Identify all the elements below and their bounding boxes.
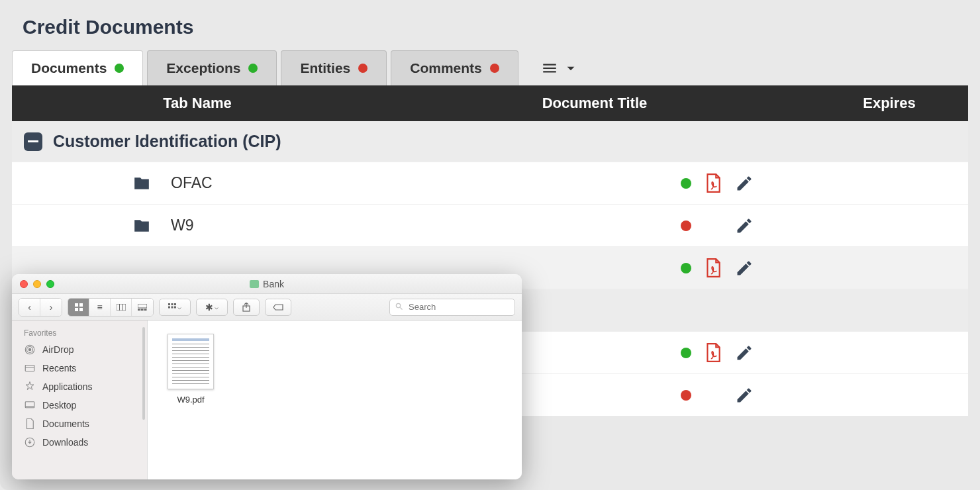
sidebar-header: Favorites bbox=[12, 326, 147, 340]
table-row[interactable]: W9 bbox=[12, 204, 968, 246]
status-dot-icon bbox=[681, 263, 691, 273]
pdf-icon[interactable] bbox=[705, 343, 722, 363]
finder-sidebar: Favorites AirDrop Recents Applications D… bbox=[12, 320, 148, 479]
status-dot-icon bbox=[681, 348, 691, 358]
pdf-icon[interactable] bbox=[705, 258, 722, 278]
finder-content[interactable]: W9.pdf bbox=[148, 320, 522, 479]
svg-rect-21 bbox=[25, 366, 34, 371]
finder-window[interactable]: Bank ‹ › ≡ ⌵ ✱ ⌵ Favorites AirDrop bbox=[12, 274, 522, 479]
row-name-label: OFAC bbox=[171, 174, 213, 192]
applications-icon bbox=[24, 381, 36, 393]
svg-rect-0 bbox=[75, 303, 78, 307]
close-icon[interactable] bbox=[20, 280, 28, 288]
minimize-icon[interactable] bbox=[33, 280, 41, 288]
svg-rect-9 bbox=[141, 309, 143, 311]
arrange-button[interactable]: ⌵ bbox=[159, 299, 191, 316]
edit-icon[interactable] bbox=[735, 344, 754, 362]
recents-icon bbox=[24, 362, 36, 374]
svg-rect-7 bbox=[138, 304, 147, 308]
window-controls bbox=[20, 280, 54, 288]
svg-rect-1 bbox=[79, 303, 83, 307]
status-dot-icon bbox=[115, 64, 124, 73]
file-thumbnail bbox=[168, 334, 214, 389]
action-button[interactable]: ✱ ⌵ bbox=[196, 299, 228, 316]
hamburger-icon bbox=[541, 60, 558, 77]
sidebar-item-label: AirDrop bbox=[42, 344, 74, 355]
svg-rect-15 bbox=[172, 306, 173, 308]
svg-rect-3 bbox=[79, 308, 83, 311]
svg-rect-12 bbox=[172, 303, 173, 305]
tab-comments[interactable]: Comments bbox=[391, 50, 518, 85]
svg-rect-8 bbox=[138, 309, 140, 311]
documents-icon bbox=[24, 418, 36, 430]
file-item[interactable]: W9.pdf bbox=[161, 334, 220, 405]
status-dot-icon bbox=[490, 64, 499, 73]
desktop-icon bbox=[24, 399, 36, 411]
search-input[interactable] bbox=[389, 299, 515, 316]
folder-icon bbox=[131, 217, 152, 234]
svg-rect-2 bbox=[75, 308, 78, 311]
sidebar-item-documents[interactable]: Documents bbox=[12, 415, 147, 433]
tab-exceptions[interactable]: Exceptions bbox=[147, 50, 277, 85]
tab-documents-label: Documents bbox=[31, 60, 107, 76]
status-dot-icon bbox=[681, 220, 691, 231]
column-expires: Expires bbox=[807, 95, 972, 112]
edit-icon[interactable] bbox=[735, 174, 754, 193]
sidebar-item-recents[interactable]: Recents bbox=[12, 359, 147, 377]
svg-rect-14 bbox=[168, 306, 170, 308]
finder-toolbar: ‹ › ≡ ⌵ ✱ ⌵ bbox=[12, 294, 522, 320]
finder-titlebar[interactable]: Bank bbox=[12, 274, 522, 294]
tabs-bar: Documents Exceptions Entities Comments bbox=[0, 50, 980, 85]
tab-entities-label: Entities bbox=[300, 60, 350, 76]
sidebar-item-desktop[interactable]: Desktop bbox=[12, 396, 147, 415]
search-field[interactable] bbox=[389, 299, 515, 316]
column-view-button[interactable] bbox=[111, 299, 132, 316]
back-button[interactable]: ‹ bbox=[19, 299, 40, 316]
sidebar-item-label: Recents bbox=[42, 363, 76, 373]
table-row[interactable]: OFAC bbox=[12, 162, 968, 204]
table-header: Tab Name Document Title Expires bbox=[12, 85, 968, 121]
sidebar-item-label: Applications bbox=[42, 381, 93, 392]
edit-icon[interactable] bbox=[735, 217, 754, 235]
folder-icon bbox=[250, 280, 259, 288]
svg-point-18 bbox=[28, 348, 32, 352]
status-dot-icon bbox=[681, 178, 691, 189]
tab-exceptions-label: Exceptions bbox=[166, 60, 240, 76]
nav-buttons: ‹ › bbox=[19, 298, 62, 317]
collapse-icon[interactable] bbox=[24, 132, 42, 151]
sidebar-item-applications[interactable]: Applications bbox=[12, 377, 147, 396]
sidebar-item-downloads[interactable]: Downloads bbox=[12, 433, 147, 452]
status-dot-icon bbox=[248, 64, 258, 73]
pdf-icon[interactable] bbox=[705, 173, 722, 193]
edit-icon[interactable] bbox=[735, 259, 754, 277]
view-buttons: ≡ bbox=[68, 298, 154, 317]
svg-rect-23 bbox=[25, 402, 34, 408]
sidebar-item-label: Desktop bbox=[42, 400, 76, 411]
svg-rect-13 bbox=[174, 303, 176, 305]
airdrop-icon bbox=[24, 344, 36, 356]
icon-view-button[interactable] bbox=[68, 299, 89, 316]
chevron-down-icon bbox=[562, 60, 579, 77]
finder-title: Bank bbox=[250, 279, 284, 289]
row-name-label: W9 bbox=[171, 217, 194, 234]
tab-entities[interactable]: Entities bbox=[281, 50, 387, 85]
sidebar-item-label: Documents bbox=[42, 418, 89, 429]
svg-rect-10 bbox=[144, 309, 146, 311]
search-icon bbox=[395, 302, 404, 311]
group-row[interactable]: Customer Identification (CIP) bbox=[12, 121, 968, 162]
folder-icon bbox=[131, 175, 152, 192]
tab-comments-label: Comments bbox=[410, 60, 482, 76]
gallery-view-button[interactable] bbox=[132, 299, 153, 316]
svg-rect-4 bbox=[117, 304, 126, 311]
share-button[interactable] bbox=[233, 299, 260, 316]
menu-dropdown-button[interactable] bbox=[541, 60, 579, 77]
group-title: Customer Identification (CIP) bbox=[53, 132, 281, 151]
maximize-icon[interactable] bbox=[46, 280, 54, 288]
edit-icon[interactable] bbox=[735, 386, 754, 405]
list-view-button[interactable]: ≡ bbox=[89, 299, 111, 316]
status-dot-icon bbox=[358, 64, 368, 73]
tags-button[interactable] bbox=[265, 299, 291, 316]
tab-documents[interactable]: Documents bbox=[12, 50, 143, 85]
sidebar-item-airdrop[interactable]: AirDrop bbox=[12, 340, 147, 359]
forward-button[interactable]: › bbox=[40, 299, 62, 316]
